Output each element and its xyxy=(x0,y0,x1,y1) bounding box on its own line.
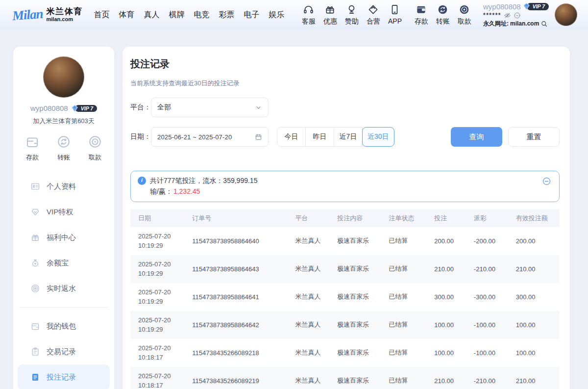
chevron-down-icon xyxy=(255,104,262,111)
clipboard-icon xyxy=(30,347,40,357)
range-button-today[interactable]: 今日 xyxy=(277,127,306,147)
platform-label: 平台： xyxy=(130,103,151,112)
cell-valid-bet: 300.00 xyxy=(512,283,560,311)
nav-item-entertainment[interactable]: 娱乐 xyxy=(269,10,285,20)
cell-platform: 米兰真人 xyxy=(291,339,333,367)
header-wallet-transfer[interactable]: 转账 xyxy=(432,4,454,26)
profile-avatar[interactable] xyxy=(43,56,84,98)
header-shortcut-sponsor[interactable]: 赞助 xyxy=(341,4,363,26)
cell-order-no: 1154738435266089219 xyxy=(188,367,291,389)
quick-action-withdraw[interactable]: 取款 xyxy=(88,134,102,162)
moneybag-icon xyxy=(30,258,40,268)
search-button[interactable]: 查询 xyxy=(451,127,502,147)
header-shortcut-promotions[interactable]: 优惠 xyxy=(319,4,341,26)
quick-action-transfer[interactable]: 转账 xyxy=(56,134,71,162)
vip-badge: VIP 7 xyxy=(527,3,549,11)
minus-circle-icon[interactable] xyxy=(542,177,551,186)
range-button-last-7-days[interactable]: 近7日 xyxy=(334,127,363,147)
summary-line-2: 输/赢： 1,232.45 xyxy=(150,186,552,197)
eye-off-icon[interactable] xyxy=(504,12,511,19)
cell-payout: -210.00 xyxy=(470,255,512,283)
header-wallet-deposit[interactable]: 存款 xyxy=(411,4,432,26)
cell-bet: 100.00 xyxy=(430,339,470,367)
sidebar-item-vip-privileges[interactable]: VIP特权 xyxy=(18,199,110,225)
table-header-col-2: 平台 xyxy=(291,209,333,227)
nav-item-card-games[interactable]: 棋牌 xyxy=(169,10,185,20)
cell-time-value: 10:18:17 xyxy=(138,353,186,363)
header-shortcut-promotions-label: 优惠 xyxy=(323,17,337,26)
sidebar-item-yuebao-label: 余额宝 xyxy=(47,259,69,268)
search-icon[interactable] xyxy=(540,20,548,27)
cell-date: 2025-07-2010:19:29 xyxy=(130,283,188,311)
cell-date: 2025-07-2010:19:29 xyxy=(130,311,188,339)
balance-row: ****** xyxy=(483,12,549,20)
sidebar-item-realtime-rebate-label: 实时返水 xyxy=(47,284,76,293)
reset-button[interactable]: 重置 xyxy=(508,127,560,147)
sidebar-item-yuebao[interactable]: 余额宝 xyxy=(18,250,110,276)
header-shortcut-partnership[interactable]: 合营 xyxy=(363,4,384,26)
range-button-yesterday[interactable]: 昨日 xyxy=(305,127,334,147)
service-shortcuts: 客服优惠赞助合营APP xyxy=(298,4,406,26)
nav-item-lottery[interactable]: 彩票 xyxy=(219,10,235,20)
range-button-last-30-days[interactable]: 近30日 xyxy=(362,127,394,147)
document-icon xyxy=(30,372,40,382)
sidebar-menu-primary: 个人资料VIP特权福利中心余额宝实时返水 xyxy=(13,174,114,301)
cell-status: 已结算 xyxy=(385,311,430,339)
table-row: 2025-07-2010:18:171154738435266089218米兰真… xyxy=(130,339,560,367)
brand-logo[interactable]: Milan 米兰体育 milan.com xyxy=(12,7,83,23)
cell-status: 已结算 xyxy=(385,255,430,283)
header-wallet-withdraw[interactable]: 取款 xyxy=(454,4,475,26)
nav-item-home[interactable]: 首页 xyxy=(94,10,110,20)
quick-action-deposit-label: 存款 xyxy=(26,153,39,162)
username: wyp080808 xyxy=(483,2,521,12)
cell-order-no: 1154738738958864643 xyxy=(188,255,291,283)
transfer-dark-icon xyxy=(437,4,448,16)
cell-status: 已结算 xyxy=(385,339,430,367)
cell-content: 极速百家乐 xyxy=(333,367,385,389)
cell-date-value: 2025-07-20 xyxy=(138,287,186,297)
quick-action-deposit[interactable]: 存款 xyxy=(25,134,40,162)
app-icon xyxy=(389,4,400,16)
sidebar-item-realtime-rebate[interactable]: 实时返水 xyxy=(18,276,110,301)
nav-item-sports[interactable]: 体育 xyxy=(119,10,135,20)
table-header-col-1: 订单号 xyxy=(188,209,291,227)
cell-valid-bet: 200.00 xyxy=(512,227,560,255)
cell-platform: 米兰真人 xyxy=(291,255,333,283)
nav-item-slots[interactable]: 电子 xyxy=(244,10,260,20)
header-avatar[interactable] xyxy=(555,3,577,26)
cell-content: 极速百家乐 xyxy=(333,311,385,339)
partner-icon xyxy=(368,4,379,16)
cell-payout: -200.00 xyxy=(470,227,512,255)
user-info: wyp080808 VIP 7 ****** 永久网址: milan.com xyxy=(483,2,549,28)
sidebar-item-transaction-records-label: 交易记录 xyxy=(47,347,76,357)
sidebar-item-transaction-records[interactable]: 交易记录 xyxy=(18,339,110,364)
header-wallet-deposit-label: 存款 xyxy=(415,17,428,26)
circle-chevron-icon[interactable] xyxy=(514,12,521,19)
platform-selected-value: 全部 xyxy=(157,103,171,112)
sidebar-item-bet-records[interactable]: 投注记录 xyxy=(18,364,110,389)
nav-item-live-casino[interactable]: 真人 xyxy=(144,10,160,20)
wallet2-icon xyxy=(30,321,40,331)
header-shortcut-app[interactable]: APP xyxy=(384,4,406,26)
sidebar-item-my-wallet[interactable]: 我的钱包 xyxy=(18,313,110,339)
cell-order-no: 1154738738958864642 xyxy=(188,311,291,339)
platform-select[interactable]: 全部 xyxy=(151,98,269,117)
table-header-col-4: 注单状态 xyxy=(385,209,430,227)
nav-item-esports[interactable]: 电竞 xyxy=(194,10,210,20)
withdraw-dark-icon xyxy=(459,4,470,16)
sidebar-item-profile-label: 个人资料 xyxy=(47,182,76,191)
date-filter-row: 日期： 2025-06-21 ~ 2025-07-20 今日昨日近7日近30日 … xyxy=(130,127,560,147)
vip-label: VIP 7 xyxy=(533,3,545,10)
sidebar-menu-secondary: 我的钱包交易记录投注记录 xyxy=(13,313,114,389)
cell-order-no: 1154738435266089218 xyxy=(188,339,291,367)
summary-totals-text: 共计777笔投注，流水：359,999.15 xyxy=(150,175,257,186)
sidebar-item-welfare-center[interactable]: 福利中心 xyxy=(18,225,110,250)
date-range-input[interactable]: 2025-06-21 ~ 2025-07-20 xyxy=(151,127,269,147)
header-shortcut-customer-service[interactable]: 客服 xyxy=(298,4,319,26)
page-title: 投注记录 xyxy=(130,57,560,71)
table-header-col-6: 派彩 xyxy=(470,209,512,227)
table-header-col-3: 投注内容 xyxy=(333,209,385,227)
cell-date-value: 2025-07-20 xyxy=(138,315,186,325)
sidebar-item-profile[interactable]: 个人资料 xyxy=(18,174,110,199)
vip-icon xyxy=(30,207,40,217)
